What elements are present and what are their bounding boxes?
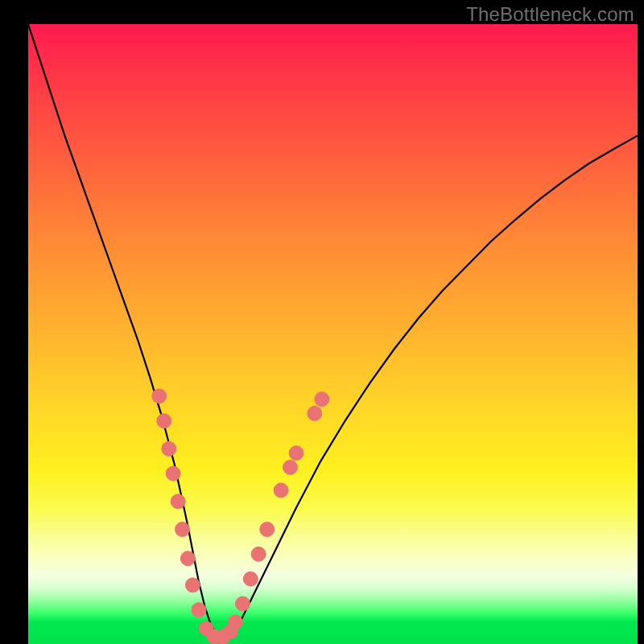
curve-marker: [251, 547, 266, 561]
curve-marker: [180, 551, 195, 566]
curve-marker: [243, 572, 258, 586]
curve-marker: [185, 578, 200, 592]
curve-marker: [152, 389, 167, 403]
chart-frame: TheBottleneck.com: [0, 0, 644, 644]
curve-marker: [283, 460, 298, 475]
curve-marker: [274, 483, 288, 497]
curve-markers: [152, 389, 329, 644]
curve-marker: [315, 392, 329, 407]
curve-marker: [192, 603, 206, 617]
curve-marker: [228, 615, 242, 630]
curve-marker: [289, 446, 303, 460]
bottleneck-curve-path: [28, 24, 638, 638]
curve-marker: [157, 414, 171, 428]
curve-marker: [171, 494, 185, 509]
curve-marker: [162, 441, 176, 456]
chart-plot-area: [28, 24, 638, 644]
curve-marker: [308, 407, 322, 421]
curve-marker: [175, 522, 190, 537]
curve-marker: [166, 466, 180, 481]
watermark-text: TheBottleneck.com: [466, 3, 634, 26]
bottleneck-curve-svg: [28, 24, 638, 644]
curve-marker: [235, 597, 250, 611]
curve-marker: [260, 522, 275, 537]
